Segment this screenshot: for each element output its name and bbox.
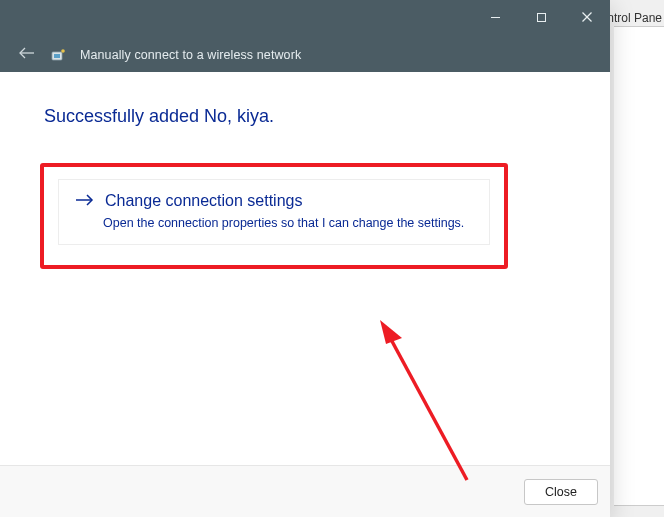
- maximize-icon: [536, 12, 547, 23]
- change-connection-settings-option[interactable]: Change connection settings Open the conn…: [58, 179, 490, 245]
- option-row: Change connection settings: [75, 192, 473, 210]
- minimize-icon: [490, 12, 501, 23]
- close-icon: [581, 11, 593, 23]
- background-window-edge: [614, 26, 664, 506]
- minimize-button[interactable]: [472, 0, 518, 34]
- success-heading: Successfully added No, kiya.: [44, 106, 570, 127]
- titlebar: Manually connect to a wireless network: [0, 0, 610, 72]
- svg-rect-6: [54, 54, 60, 58]
- background-window-label: ntrol Pane: [607, 11, 662, 25]
- wireless-network-icon: [50, 47, 66, 63]
- window-title: Manually connect to a wireless network: [80, 48, 301, 62]
- window-controls: [472, 0, 610, 34]
- right-arrow-icon: [75, 192, 95, 210]
- option-description: Open the connection properties so that I…: [103, 216, 473, 230]
- svg-point-7: [61, 49, 65, 53]
- close-window-button[interactable]: [564, 0, 610, 34]
- close-button[interactable]: Close: [524, 479, 598, 505]
- back-arrow-icon: [18, 46, 36, 60]
- annotation-highlight-box: Change connection settings Open the conn…: [40, 163, 508, 269]
- svg-marker-10: [380, 320, 402, 344]
- svg-line-9: [387, 332, 467, 480]
- back-button[interactable]: [18, 46, 36, 64]
- title-row: Manually connect to a wireless network: [18, 46, 301, 64]
- dialog-window: Manually connect to a wireless network S…: [0, 0, 610, 517]
- content-area: Successfully added No, kiya. Change conn…: [0, 72, 610, 465]
- footer: Close: [0, 465, 610, 517]
- svg-rect-1: [537, 13, 545, 21]
- option-title: Change connection settings: [105, 192, 302, 210]
- maximize-button[interactable]: [518, 0, 564, 34]
